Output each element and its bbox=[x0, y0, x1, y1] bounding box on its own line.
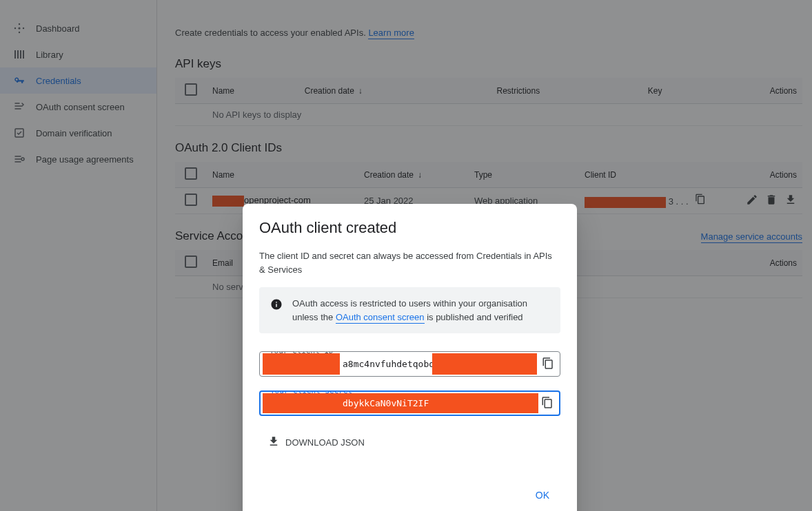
client-secret-value: dbykkCaN0vNiT2IF bbox=[343, 398, 429, 408]
redacted bbox=[432, 353, 537, 375]
dialog-description: The client ID and secret can always be a… bbox=[259, 249, 560, 276]
download-json-label: DOWNLOAD JSON bbox=[285, 437, 365, 448]
copy-icon[interactable] bbox=[542, 357, 554, 371]
client-id-field[interactable]: Your Client ID a8mc4nvfuhdetqobqo bbox=[259, 351, 560, 377]
dialog-title: OAuth client created bbox=[259, 219, 560, 237]
client-id-value: a8mc4nvfuhdetqobqo bbox=[343, 359, 440, 369]
oauth-consent-link[interactable]: OAuth consent screen bbox=[336, 312, 425, 324]
info-text-post: is published and verified bbox=[425, 312, 523, 322]
download-icon bbox=[267, 435, 280, 450]
redacted bbox=[263, 353, 340, 375]
dialog-actions: OK bbox=[259, 481, 560, 511]
oauth-created-dialog: OAuth client created The client ID and s… bbox=[243, 204, 577, 511]
info-icon bbox=[270, 298, 283, 315]
ok-button[interactable]: OK bbox=[527, 484, 558, 506]
info-box: OAuth access is restricted to users with… bbox=[259, 287, 560, 333]
download-json-button[interactable]: DOWNLOAD JSON bbox=[259, 430, 560, 454]
client-secret-field[interactable]: Your Client Secret dbykkCaN0vNiT2IF bbox=[259, 390, 560, 416]
copy-icon[interactable] bbox=[541, 396, 554, 410]
